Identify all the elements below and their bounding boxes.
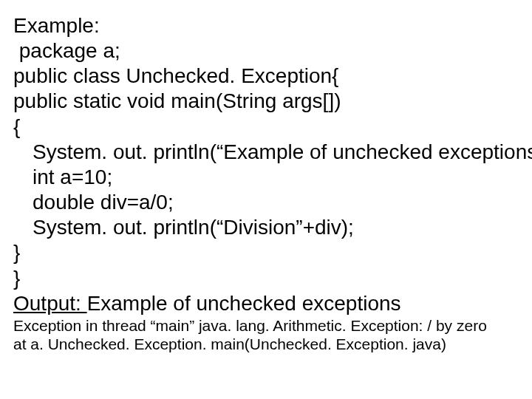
code-line: public class Unchecked. Exception{ <box>13 64 517 89</box>
output-line: Output: Example of unchecked exceptions <box>13 291 517 316</box>
output-text: Example of unchecked exceptions <box>87 292 401 315</box>
code-line: System. out. println(“Division”+div); <box>13 215 517 240</box>
exception-line: Exception in thread “main” java. lang. A… <box>13 316 517 335</box>
code-line: System. out. println(“Example of uncheck… <box>13 140 517 165</box>
slide: Example: package a; public class Uncheck… <box>0 0 532 399</box>
code-line: int a=10; <box>13 165 517 190</box>
code-line: Example: <box>13 13 517 38</box>
code-line: package a; <box>13 38 517 64</box>
exception-line: at a. Unchecked. Exception. main(Uncheck… <box>13 335 517 354</box>
output-label: Output: <box>13 292 87 315</box>
code-line: public static void main(String args[]) <box>13 89 517 114</box>
code-line: { <box>13 115 517 140</box>
code-line: double div=a/0; <box>13 190 517 215</box>
code-line: } <box>13 240 517 265</box>
code-line: } <box>13 266 517 291</box>
